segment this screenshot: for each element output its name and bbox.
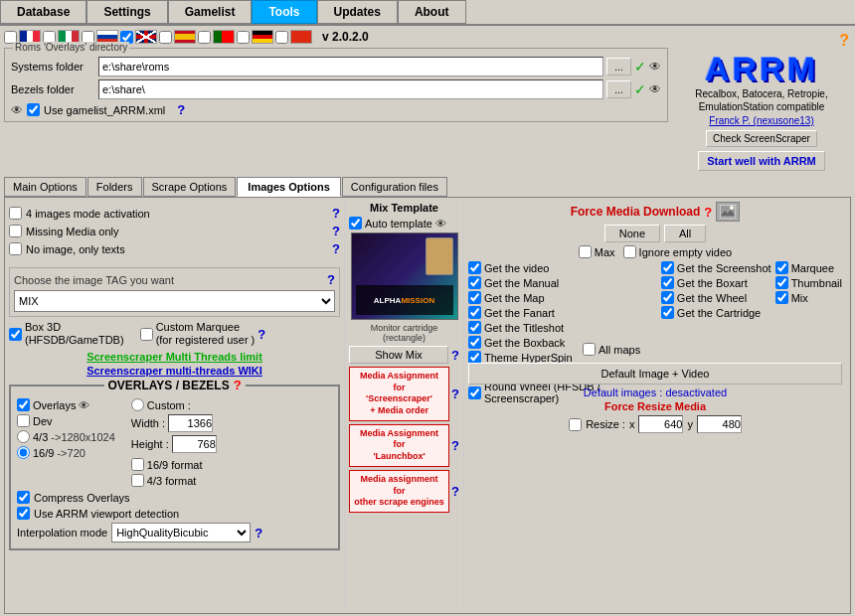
get-wheel-check[interactable] [661, 291, 674, 304]
dev-label: Dev [33, 415, 53, 427]
flag-checkbox-7[interactable] [237, 31, 250, 44]
max-checkbox[interactable] [579, 245, 592, 258]
bezels-browse-btn[interactable]: ... [606, 80, 631, 98]
systems-eye-icon[interactable]: 👁 [649, 60, 661, 74]
compress-checkbox[interactable] [17, 491, 30, 504]
thumbnail-check[interactable] [775, 276, 788, 289]
tab-settings[interactable]: Settings [86, 0, 167, 24]
default-image-btn[interactable]: Default Image + Video [468, 363, 842, 385]
no-image-checkbox[interactable] [9, 242, 22, 255]
media-assign-question2[interactable]: ? [451, 438, 459, 453]
4images-question[interactable]: ? [332, 206, 340, 221]
flag-checkbox-6[interactable] [198, 31, 211, 44]
sub-tab-config[interactable]: Configuration files [342, 177, 447, 197]
all-maps-check[interactable] [583, 343, 596, 356]
tab-database[interactable]: Database [0, 0, 86, 24]
resize-y-input[interactable] [697, 415, 742, 433]
width-input[interactable] [168, 414, 213, 432]
media-assign-question1[interactable]: ? [451, 386, 459, 401]
4images-checkbox[interactable] [9, 207, 22, 220]
resize-checkbox[interactable] [569, 418, 582, 431]
format-43-checkbox[interactable] [131, 474, 144, 487]
none-btn[interactable]: None [604, 225, 660, 242]
flag-checkbox-5[interactable] [159, 31, 172, 44]
overlays-checkbox[interactable] [17, 398, 30, 411]
tab-updates[interactable]: Updates [317, 0, 398, 24]
overlays-question[interactable]: ? [234, 378, 242, 392]
marquee-check[interactable] [775, 261, 788, 274]
all-btn[interactable]: All [664, 225, 706, 242]
custom-marquee-checkbox[interactable] [140, 328, 153, 341]
sub-tab-folders[interactable]: Folders [87, 177, 142, 197]
sub-tab-scrape[interactable]: Scrape Options [143, 177, 237, 197]
bezels-folder-input[interactable] [98, 79, 603, 99]
no-image-question[interactable]: ? [332, 241, 340, 256]
image-tag-question[interactable]: ? [327, 272, 335, 287]
start-well-btn[interactable]: Start well with ARRM [698, 151, 825, 171]
media-assign-question3[interactable]: ? [451, 484, 459, 499]
tab-tools[interactable]: Tools [252, 0, 316, 24]
get-cartridge-check[interactable] [661, 306, 674, 319]
gamelist-eye-icon[interactable]: 👁 [11, 103, 23, 117]
ignore-empty-checkbox[interactable] [623, 245, 636, 258]
interp-select[interactable]: HighQualityBicubic [111, 523, 251, 542]
no-image-label: No image, only texts [26, 243, 125, 255]
custom-marquee-question[interactable]: ? [257, 327, 265, 342]
box3d-checkbox[interactable] [9, 328, 22, 341]
get-titleshot-check[interactable] [468, 321, 481, 334]
overlays-eye-icon[interactable]: 👁 [79, 399, 89, 411]
height-input[interactable] [172, 435, 217, 453]
media-assign-screenscraper-btn[interactable]: Media Assignment for'Screenscraper'+ Med… [349, 367, 449, 421]
auto-template-checkbox[interactable] [349, 217, 362, 230]
get-boxart-check[interactable] [661, 276, 674, 289]
format-169-checkbox[interactable] [131, 458, 144, 471]
arrm-desc: Recalbox, Batocera, Retropie, EmulationS… [674, 87, 849, 113]
custom-radio[interactable] [131, 398, 144, 411]
show-mix-question[interactable]: ? [451, 348, 459, 363]
gamelist-checkbox[interactable] [27, 103, 40, 116]
media-assign-launchbox-btn[interactable]: Media Assignment for'Launchbox' [349, 424, 449, 467]
check-scraper-btn[interactable]: Check ScreenScraper [706, 130, 817, 147]
force-media-question[interactable]: ? [704, 205, 712, 220]
gamelist-question[interactable]: ? [177, 102, 185, 117]
de-flag-icon [252, 30, 273, 44]
ratio-169-radio[interactable] [17, 446, 30, 459]
box3d-label: Box 3D(HFSDB/GameTDB) [25, 321, 124, 347]
flag-checkbox-8[interactable] [275, 31, 288, 44]
viewport-checkbox[interactable] [17, 507, 30, 520]
resize-x-input[interactable] [638, 415, 683, 433]
media-assign-other-btn[interactable]: Media assignment forother scrape engines [349, 470, 449, 513]
dev-checkbox[interactable] [17, 414, 30, 427]
arrm-link[interactable]: Franck P. (nexusone13) [709, 115, 813, 126]
tab-about[interactable]: About [398, 0, 466, 24]
get-manual-check[interactable] [468, 276, 481, 289]
sub-tab-images[interactable]: Images Options [237, 177, 341, 197]
systems-folder-input[interactable] [98, 57, 603, 77]
custom-marquee-label: Custom Marquee(for registered user ) [156, 321, 256, 347]
screenscraper-wiki-link[interactable]: Screenscraper multi-threads WIKI [9, 365, 340, 377]
interp-question[interactable]: ? [255, 526, 262, 540]
question-icon-top[interactable]: ? [839, 32, 849, 50]
get-fanart-check[interactable] [468, 306, 481, 319]
default-label: Default images : desactivated [468, 386, 842, 398]
systems-browse-btn[interactable]: ... [606, 58, 631, 76]
get-map-check[interactable] [468, 291, 481, 304]
bezels-eye-icon[interactable]: 👁 [649, 82, 661, 96]
missing-media-checkbox[interactable] [9, 225, 22, 237]
force-media-title: Force Media Download [571, 205, 701, 219]
sub-tab-main[interactable]: Main Options [4, 177, 86, 197]
ratio-43-radio[interactable] [17, 430, 30, 443]
missing-media-question[interactable]: ? [332, 224, 340, 238]
show-mix-btn[interactable]: Show Mix [349, 346, 448, 364]
roms-dir-title: Roms 'Overlays' directory [13, 42, 129, 53]
screenscraper-threads-link[interactable]: Screenscraper Multi Threads limit [9, 351, 340, 363]
ratio-169-label: 16/9 [33, 447, 54, 459]
auto-template-eye[interactable]: 👁 [435, 218, 446, 230]
tab-gamelist[interactable]: Gamelist [168, 0, 253, 24]
get-video-check[interactable] [468, 261, 481, 274]
resize-label: Resize : [586, 418, 625, 430]
get-screenshot-check[interactable] [661, 261, 674, 274]
get-boxback-check[interactable] [468, 336, 481, 349]
image-tag-select[interactable]: MIX [14, 290, 335, 312]
mix-check[interactable] [775, 291, 788, 304]
